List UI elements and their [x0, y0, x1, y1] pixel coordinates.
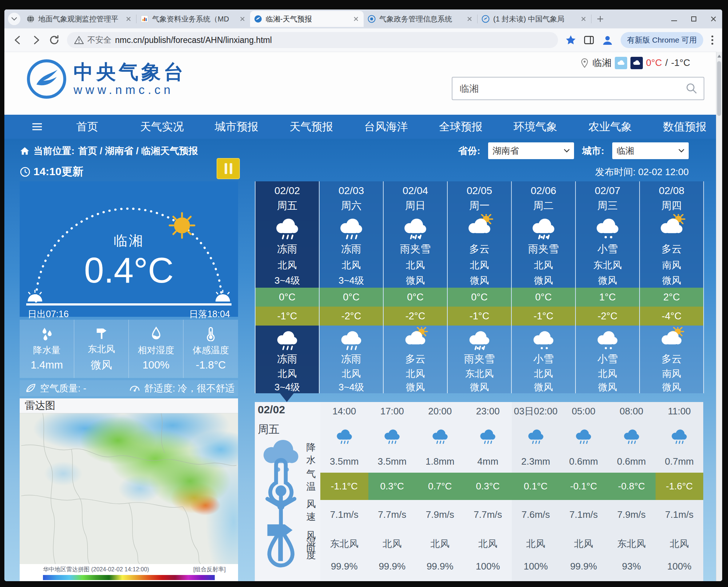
site-logo[interactable]: 中央气象台 www.nmc.cn — [25, 58, 186, 100]
profile-icon[interactable] — [602, 34, 613, 46]
low-temp: -4°C — [640, 307, 703, 326]
tab-close-icon[interactable] — [466, 15, 474, 23]
tab-close-icon[interactable] — [579, 15, 587, 23]
night-weather-icon — [630, 57, 643, 69]
radar-map[interactable] — [20, 413, 238, 564]
hourly-time: 20:00 — [428, 402, 452, 420]
search-input[interactable] — [452, 83, 685, 94]
address-bar[interactable]: 不安全 nmc.cn/publish/forecast/AHN/linxiang… — [67, 32, 558, 48]
forecast-day-col-4[interactable]: 02/06周二雨夹雪北风微风0°C-1°C小雪北风微风 — [512, 181, 576, 393]
side-panel-icon[interactable] — [583, 35, 594, 46]
forecast-day-top: 02/06周二雨夹雪北风微风 — [512, 181, 575, 288]
browser-tab-0[interactable]: 地面气象观测监控管理平 — [23, 12, 136, 26]
forecast-day-col-0[interactable]: 02/02周五冻雨北风3~4级0°C-1°C冻雨北风3~4级 — [256, 181, 320, 393]
close-window-icon[interactable] — [710, 15, 717, 23]
tab-close-icon[interactable] — [238, 15, 246, 23]
scroll-up-arrow-icon[interactable] — [717, 55, 721, 58]
radar-caption-left: 华中地区雷达拼图 (2024-02-02 14:12:00) — [43, 566, 149, 574]
forecast-day-col-1[interactable]: 02/03周六冻雨北风3~4级0°C-2°C冻雨北风3~4级 — [320, 181, 384, 393]
minimize-icon[interactable] — [670, 15, 678, 23]
humidity-value: 99.9% — [379, 559, 405, 581]
sleet-icon — [465, 326, 494, 351]
humidity-value: 100% — [667, 559, 692, 581]
breadcrumb-path[interactable]: 首页 / 湖南省 / 临湘天气预报 — [78, 145, 198, 157]
stat-label: 体感温度 — [193, 344, 229, 356]
tab-search-chevron-icon[interactable] — [8, 13, 20, 25]
low-temp: -1°C — [448, 307, 511, 326]
forecast-day-col-3[interactable]: 02/05周一多云北风微风0°C-1°C雨夹雪东北风微风 — [448, 181, 512, 393]
wind-dir-day: 北风 — [406, 257, 425, 273]
nav-item-7[interactable]: 农业气象 — [573, 119, 648, 134]
nav-item-6[interactable]: 环境气象 — [498, 119, 573, 134]
rain-icon — [477, 420, 498, 450]
stat-label: 东北风 — [88, 343, 115, 355]
temp-value: -0.1°C — [560, 473, 608, 500]
precip-value: 0.7mm — [665, 450, 694, 473]
stat-value: -1.8°C — [196, 359, 226, 371]
weather-alert-badge[interactable] — [217, 158, 240, 179]
forecast-day-col-5[interactable]: 02/07周三小雪东北风微风1°C-2°C小雪北风微风 — [576, 181, 640, 393]
precip-value: 3.5mm — [330, 450, 359, 473]
forecast-day-col-6[interactable]: 02/08周四多云南风微风2°C-4°C多云南风微风 — [640, 181, 704, 393]
restore-icon[interactable] — [690, 15, 697, 23]
wind-speed-value: 7.6m/s — [522, 500, 550, 529]
low-temp: -1°C — [512, 307, 575, 326]
nav-item-5[interactable]: 全球预报 — [423, 119, 498, 134]
back-icon[interactable] — [12, 35, 23, 46]
hourly-col-1: 17:003.5mm0.3°C7.7m/s北风99.9% — [368, 402, 416, 581]
browser-tab-3[interactable]: 气象政务管理信息系统 — [364, 12, 477, 26]
day-weather-icon — [615, 57, 627, 69]
nav-item-2[interactable]: 城市预报 — [199, 119, 274, 134]
forecast-day-col-2[interactable]: 02/04周日雨夹雪北风微风0°C-2°C多云北风微风 — [384, 181, 448, 393]
browser-tab-2[interactable]: 临湘-天气预报 — [250, 11, 364, 27]
security-label: 不安全 — [87, 35, 111, 46]
hourly-time: 17:00 — [380, 402, 404, 420]
city-select[interactable]: 临湘 — [612, 142, 689, 159]
wind-speed-value: 7.1m/s — [330, 500, 359, 529]
weather-desc-day: 雨夹雪 — [400, 240, 431, 257]
temp-value: -1.6°C — [656, 473, 704, 500]
clock-icon — [20, 166, 31, 177]
browser-tab-1[interactable]: 气象资料业务系统（MD — [136, 12, 250, 26]
new-tab-button[interactable] — [594, 12, 607, 25]
browser-tab-4[interactable]: (1 封未读) 中国气象局 — [478, 12, 591, 26]
nav-item-8[interactable]: 数值预报 — [648, 119, 722, 134]
stat-value: 100% — [142, 359, 169, 371]
sunrise-time: 日出07:16 — [28, 308, 69, 320]
weather-desc-night: 雨夹雪 — [464, 351, 495, 366]
rain-icon — [381, 420, 403, 450]
wind-dir-value: 北风 — [670, 529, 689, 558]
nav-item-4[interactable]: 台风海洋 — [349, 119, 423, 134]
chevron-down-icon — [564, 149, 570, 153]
scrollbar-thumb[interactable] — [717, 61, 721, 116]
menu-hamburger-icon[interactable] — [24, 122, 50, 131]
radar-color-scale — [43, 575, 215, 580]
page-scrollbar[interactable] — [716, 52, 722, 581]
city-search — [452, 77, 704, 100]
reload-icon[interactable] — [49, 35, 60, 46]
nav-item-1[interactable]: 天气实况 — [124, 119, 199, 134]
wind-speed-value: 7.9m/s — [426, 500, 454, 529]
rain-icon — [525, 420, 546, 450]
weather-desc-day: 冻雨 — [277, 240, 297, 257]
bookmark-star-icon[interactable] — [565, 35, 576, 46]
forecast-day-top: 02/08周四多云南风微风 — [640, 181, 703, 288]
radar-title: 雷达图 — [20, 398, 238, 413]
wind-speed-value: 7.1m/s — [569, 500, 598, 529]
tab-close-icon[interactable] — [124, 15, 132, 23]
province-value: 湖南省 — [492, 145, 519, 157]
kebab-menu-icon[interactable] — [711, 34, 714, 46]
nav-item-0[interactable]: 首页 — [50, 119, 124, 134]
humidity-value: 93% — [622, 559, 641, 581]
province-select[interactable]: 湖南省 — [488, 142, 574, 159]
city-label: 城市: — [582, 145, 604, 157]
nav-item-3[interactable]: 天气预报 — [274, 119, 349, 134]
humidity-value: 100% — [476, 559, 500, 581]
high-temp: 0°C — [256, 288, 319, 307]
forward-icon[interactable] — [31, 35, 41, 46]
chrome-update-button[interactable]: 有新版 Chrome 可用 — [621, 32, 703, 48]
precip-value: 3.5mm — [378, 450, 407, 473]
search-icon[interactable] — [685, 82, 698, 95]
tab-close-icon[interactable] — [352, 15, 360, 23]
sleet-icon — [528, 213, 559, 240]
